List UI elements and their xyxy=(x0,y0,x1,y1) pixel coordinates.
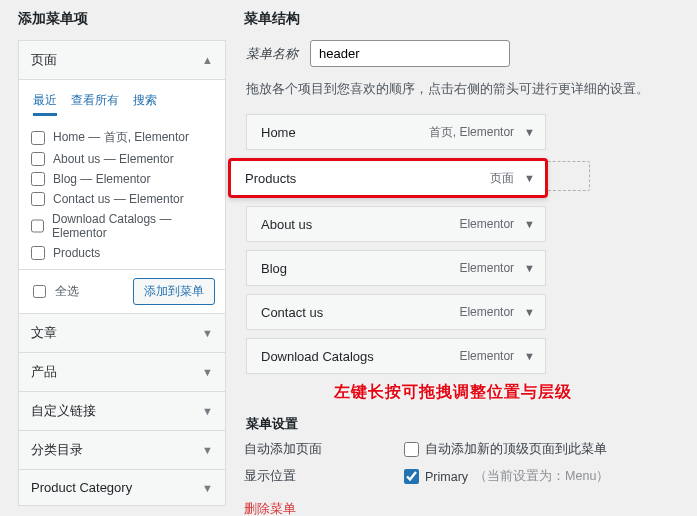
display-location-option[interactable]: Primary （当前设置为：Menu） xyxy=(404,468,609,485)
expand-icon[interactable]: ▼ xyxy=(524,350,535,362)
page-item[interactable]: Download Catalogs — Elementor xyxy=(29,209,215,243)
page-item[interactable]: About us — Elementor xyxy=(29,149,215,169)
add-items-title: 添加菜单项 xyxy=(18,10,226,28)
menu-items-list: Home 首页, Elementor▼ Products 页面▼ About u… xyxy=(244,114,679,374)
auto-add-label: 自动添加页面 xyxy=(244,441,404,458)
expand-icon[interactable]: ▼ xyxy=(524,306,535,318)
select-all[interactable]: 全选 xyxy=(29,282,79,301)
page-list: Home — 首页, Elementor About us — Elemento… xyxy=(29,126,215,263)
expand-icon[interactable]: ▼ xyxy=(524,218,535,230)
caret-down-icon: ▼ xyxy=(202,405,213,417)
select-all-checkbox[interactable] xyxy=(33,285,46,298)
menu-item-home[interactable]: Home 首页, Elementor▼ xyxy=(246,114,546,150)
acc-posts[interactable]: 文章 ▼ xyxy=(18,314,226,353)
caret-down-icon: ▼ xyxy=(202,444,213,456)
auto-add-option[interactable]: 自动添加新的顶级页面到此菜单 xyxy=(404,441,607,458)
caret-up-icon: ▲ xyxy=(202,54,213,66)
menu-item-blog[interactable]: Blog Elementor▼ xyxy=(246,250,546,286)
page-item[interactable]: Blog — Elementor xyxy=(29,169,215,189)
menu-structure-title: 菜单结构 xyxy=(244,10,679,28)
expand-icon[interactable]: ▼ xyxy=(524,126,535,138)
tab-recent[interactable]: 最近 xyxy=(33,92,57,116)
page-item-checkbox[interactable] xyxy=(31,131,45,145)
page-item[interactable]: Contact us — Elementor xyxy=(29,189,215,209)
pages-panel: 页面 ▲ 最近 查看所有 搜索 Home — 首页, Elementor Abo… xyxy=(18,40,226,314)
menu-name-label: 菜单名称 xyxy=(246,45,298,63)
acc-categories[interactable]: 分类目录 ▼ xyxy=(18,431,226,470)
page-item-checkbox[interactable] xyxy=(31,192,45,206)
menu-item-about[interactable]: About us Elementor▼ xyxy=(246,206,546,242)
acc-product-category[interactable]: Product Category ▼ xyxy=(18,470,226,506)
page-item-checkbox[interactable] xyxy=(31,172,45,186)
menu-item-contact[interactable]: Contact us Elementor▼ xyxy=(246,294,546,330)
annotation-text: 左键长按可拖拽调整位置与层级 xyxy=(334,382,679,403)
page-item[interactable]: Products xyxy=(29,243,215,263)
tab-search[interactable]: 搜索 xyxy=(133,92,157,116)
page-item-checkbox[interactable] xyxy=(31,152,45,166)
expand-icon[interactable]: ▼ xyxy=(524,262,535,274)
menu-item-products-dragging[interactable]: Products 页面▼ xyxy=(228,158,548,198)
caret-down-icon: ▼ xyxy=(202,327,213,339)
page-item-checkbox[interactable] xyxy=(31,246,45,260)
delete-menu-link[interactable]: 删除菜单 xyxy=(244,501,296,516)
tab-all[interactable]: 查看所有 xyxy=(71,92,119,116)
caret-down-icon: ▼ xyxy=(202,482,213,494)
page-item-checkbox[interactable] xyxy=(31,219,44,233)
pages-panel-head[interactable]: 页面 ▲ xyxy=(19,41,225,80)
pages-panel-title: 页面 xyxy=(31,51,57,69)
tabs: 最近 查看所有 搜索 xyxy=(33,92,215,116)
menu-item-downloads[interactable]: Download Catalogs Elementor▼ xyxy=(246,338,546,374)
caret-down-icon: ▼ xyxy=(202,366,213,378)
acc-custom-link[interactable]: 自定义链接 ▼ xyxy=(18,392,226,431)
menu-settings-title: 菜单设置 xyxy=(246,415,679,433)
primary-location-checkbox[interactable] xyxy=(404,469,419,484)
expand-icon[interactable]: ▼ xyxy=(524,172,535,184)
acc-products[interactable]: 产品 ▼ xyxy=(18,353,226,392)
add-to-menu-button[interactable]: 添加到菜单 xyxy=(133,278,215,305)
auto-add-checkbox[interactable] xyxy=(404,442,419,457)
display-location-label: 显示位置 xyxy=(244,468,404,485)
drag-description: 拖放各个项目到您喜欢的顺序，点击右侧的箭头可进行更详细的设置。 xyxy=(246,81,679,98)
page-item[interactable]: Home — 首页, Elementor xyxy=(29,126,215,149)
menu-name-input[interactable] xyxy=(310,40,510,67)
